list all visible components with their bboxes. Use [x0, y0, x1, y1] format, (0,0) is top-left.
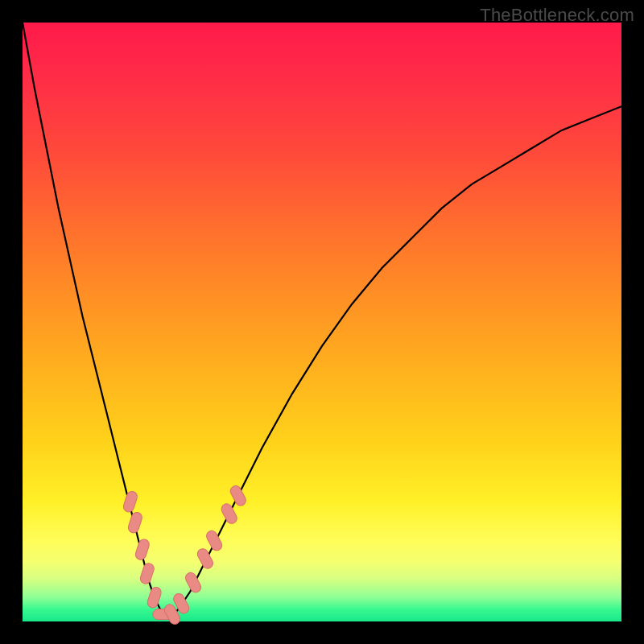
curve-marker: [134, 538, 151, 561]
curve-marker: [204, 529, 224, 552]
watermark-text: TheBottleneck.com: [480, 5, 634, 26]
chart-frame: TheBottleneck.com: [0, 0, 644, 644]
curve-marker: [229, 484, 248, 507]
curve-marker: [127, 511, 143, 535]
curve-marker: [184, 571, 203, 594]
curve-marker: [220, 502, 239, 526]
chart-svg: [23, 23, 621, 621]
curve-marker: [122, 490, 138, 514]
plot-area: [23, 23, 621, 621]
curve-marker: [196, 547, 215, 570]
bottleneck-curve: [23, 23, 621, 616]
curve-marker: [147, 586, 163, 609]
curve-markers: [122, 484, 248, 625]
curve-marker: [139, 562, 155, 585]
